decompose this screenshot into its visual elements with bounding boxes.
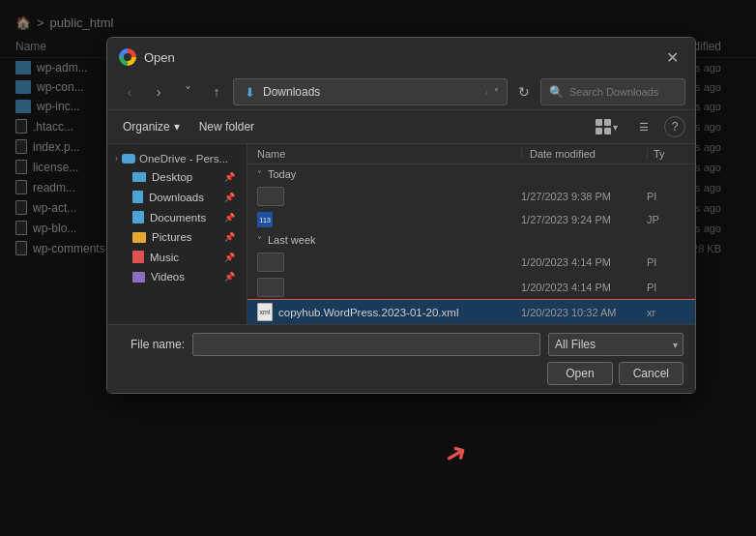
forward-button[interactable]: › <box>146 79 171 104</box>
group-last-week: ˅ Last week <box>247 230 695 250</box>
open-dialog: Open ✕ ‹ › ˅ ↑ ⬇ Downloads › ˅ ↻ 🔍 Searc… <box>106 37 696 394</box>
chrome-icon <box>119 48 136 66</box>
open-button[interactable]: Open <box>547 362 612 385</box>
sidebar-documents-label: Documents <box>150 212 206 223</box>
pin-icon: 📌 <box>224 272 235 282</box>
address-text: Downloads <box>263 85 480 99</box>
dialog-body: › OneDrive - Pers... Desktop 📌 Downloads… <box>107 144 695 324</box>
file-type: PI <box>647 191 685 202</box>
sidebar-item-videos[interactable]: Videos 📌 <box>111 267 243 286</box>
sidebar-downloads-label: Downloads <box>149 192 204 203</box>
view-chevron-icon: ▾ <box>613 122 618 133</box>
dialog-footer: File name: All FilesXML FilesText Files … <box>107 324 695 393</box>
col-date-header: Date modified <box>521 148 647 160</box>
group-label: Today <box>268 168 296 180</box>
organize-label: Organize <box>123 120 170 134</box>
downloads-icon <box>132 191 143 203</box>
pin-icon: 📌 <box>224 253 235 262</box>
videos-icon <box>132 272 145 283</box>
sidebar-item-documents[interactable]: Documents 📌 <box>111 207 243 227</box>
file-type: xr <box>647 307 685 318</box>
file-table-header: Name Date modified Ty <box>247 144 695 164</box>
group-chevron: ˅ <box>257 169 262 180</box>
refresh-button[interactable]: ↻ <box>511 79 537 104</box>
download-location-icon: ⬇ <box>242 84 257 100</box>
search-bar[interactable]: 🔍 Search Downloads <box>540 78 685 105</box>
file-thumbnail <box>257 278 284 297</box>
jpg-file-icon: 113 <box>257 212 273 227</box>
dialog-toolbar: ‹ › ˅ ↑ ⬇ Downloads › ˅ ↻ 🔍 Search Downl… <box>107 74 695 110</box>
filename-input[interactable] <box>192 333 540 356</box>
file-type: PI <box>647 256 685 268</box>
sidebar-item-downloads[interactable]: Downloads 📌 <box>111 187 243 207</box>
address-chevron: › <box>485 87 488 98</box>
group-today: ˅ Today <box>247 164 695 184</box>
dialog-toolbar2: Organize ▾ New folder ▾ ☰ ? <box>107 110 695 144</box>
xml-file-icon: xml <box>257 303 273 321</box>
sidebar-videos-label: Videos <box>151 271 185 283</box>
sidebar-item-music[interactable]: Music 📌 <box>111 247 243 267</box>
filetype-select[interactable]: All FilesXML FilesText Files <box>548 333 683 356</box>
filename-label: File name: <box>119 338 185 351</box>
file-date: 1/27/2023 9:24 PM <box>521 214 647 225</box>
col-type-header: Ty <box>647 148 685 160</box>
file-date: 1/20/2023 4:14 PM <box>521 256 647 268</box>
dialog-title-left: Open <box>119 48 175 66</box>
sidebar-item-desktop[interactable]: Desktop 📌 <box>111 167 243 187</box>
file-row[interactable]: 1/27/2023 9:38 PM PI <box>247 184 695 209</box>
sidebar-pictures-label: Pictures <box>152 231 192 243</box>
details-view-button[interactable]: ☰ <box>631 114 656 139</box>
file-row[interactable]: 1/20/2023 4:14 PM PI <box>247 250 695 275</box>
sidebar-desktop-label: Desktop <box>152 171 192 183</box>
pin-icon: 📌 <box>224 213 235 223</box>
music-icon <box>132 251 144 263</box>
file-date: 1/20/2023 10:32 AM <box>521 307 647 318</box>
group-label: Last week <box>268 234 316 246</box>
file-row[interactable]: 1/20/2023 4:14 PM PI <box>247 275 695 300</box>
help-button[interactable]: ? <box>664 116 685 137</box>
dialog-titlebar: Open ✕ <box>107 38 695 74</box>
file-type: JP <box>647 214 685 225</box>
close-button[interactable]: ✕ <box>660 45 683 69</box>
dialog-sidebar: › OneDrive - Pers... Desktop 📌 Downloads… <box>107 144 247 324</box>
recent-button[interactable]: ˅ <box>175 79 200 104</box>
dialog-title-text: Open <box>144 50 175 65</box>
back-button[interactable]: ‹ <box>117 79 142 104</box>
file-row[interactable]: 113 1/27/2023 9:24 PM JP <box>247 209 695 230</box>
address-dropdown-chevron: ˅ <box>494 87 499 98</box>
grid-view-icon <box>596 119 611 134</box>
pictures-icon <box>132 232 146 243</box>
onedrive-icon <box>122 154 135 164</box>
dialog-content: Name Date modified Ty ˅ Today 1/27/2023 … <box>247 144 695 324</box>
new-folder-button[interactable]: New folder <box>193 117 260 136</box>
cancel-button[interactable]: Cancel <box>619 362 683 385</box>
organize-button[interactable]: Organize ▾ <box>117 117 186 136</box>
view-toggle-button[interactable]: ▾ <box>590 116 624 137</box>
file-thumbnail <box>257 253 284 272</box>
file-list: ˅ Today 1/27/2023 9:38 PM PI 113 1/27/20… <box>247 164 695 324</box>
pin-icon: 📌 <box>224 232 235 242</box>
up-button[interactable]: ↑ <box>204 79 229 104</box>
sidebar-onedrive-header[interactable]: › OneDrive - Pers... <box>107 150 247 167</box>
pin-icon: 📌 <box>224 172 235 182</box>
search-icon: 🔍 <box>549 85 564 99</box>
file-row-selected[interactable]: xml copyhub.WordPress.2023-01-20.xml 1/2… <box>247 300 695 324</box>
pin-icon: 📌 <box>224 193 235 202</box>
organize-chevron-icon: ▾ <box>174 120 180 134</box>
search-placeholder-text: Search Downloads <box>569 86 658 98</box>
sidebar-music-label: Music <box>150 252 179 263</box>
file-name: copyhub.WordPress.2023-01-20.xml <box>278 307 458 318</box>
file-thumbnail <box>257 187 284 206</box>
address-bar[interactable]: ⬇ Downloads › ˅ <box>233 78 508 105</box>
file-type: PI <box>647 282 685 293</box>
group-chevron: ˅ <box>257 235 262 246</box>
filetype-select-wrapper: All FilesXML FilesText Files <box>548 333 683 356</box>
sidebar-onedrive-label: OneDrive - Pers... <box>139 153 228 164</box>
footer-filename-row: File name: All FilesXML FilesText Files <box>119 333 683 356</box>
documents-icon <box>132 211 144 223</box>
desktop-icon <box>132 172 146 182</box>
file-date: 1/20/2023 4:14 PM <box>521 282 647 293</box>
sidebar-item-pictures[interactable]: Pictures 📌 <box>111 227 243 247</box>
col-name-header: Name <box>257 148 521 160</box>
sidebar-section-chevron: › <box>115 154 118 164</box>
